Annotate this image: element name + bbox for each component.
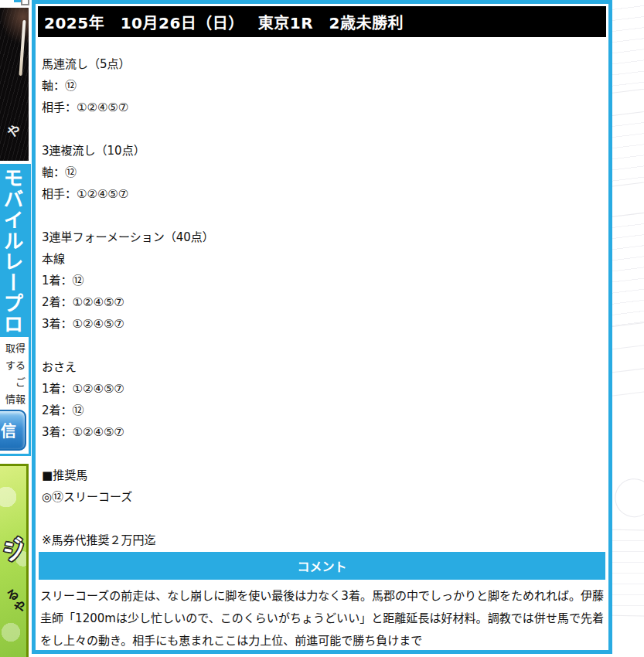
green-ad-banner[interactable]: ジ るや <box>0 464 29 657</box>
green-banner-text-bottom: るや <box>0 585 29 618</box>
green-banner-text-top: ジ <box>0 528 29 568</box>
bet-axis: 軸：⑫ <box>42 75 602 97</box>
send-button[interactable]: 信 <box>0 410 26 451</box>
bet-partners: 相手：①②④⑤⑦ <box>42 97 602 118</box>
osae-section: おさえ 1着：①②④⑤⑦ 2着：⑫ 3着：①②④⑤⑦ <box>42 356 602 443</box>
tips-content: 馬連流し（5点） 軸：⑫ 相手：①②④⑤⑦ 3連複流し（10点） 軸：⑫ 相手：… <box>36 39 608 551</box>
info-line: 情報 <box>0 391 26 408</box>
finish-1: 1着：①②④⑤⑦ <box>42 378 602 400</box>
finish-3: 3着：①②④⑤⑦ <box>42 313 602 335</box>
cigarette-shape <box>19 20 26 76</box>
info-line: 取得 <box>0 340 26 357</box>
mobile-racepro-info: 取得 する ご 情報 <box>0 337 29 408</box>
info-line: ご <box>0 374 26 391</box>
finish-1: 1着：⑫ <box>42 270 602 291</box>
backup-label: おさえ <box>42 356 602 378</box>
bet-axis: 軸：⑫ <box>42 162 602 183</box>
cutoff-box-corner <box>21 0 29 5</box>
finish-3: 3着：①②④⑤⑦ <box>42 421 602 443</box>
sidebar-photo-ad[interactable]: や <box>0 8 29 161</box>
race-header: 2025年 10月26日（日） 東京1R 2歳未勝利 <box>38 6 606 37</box>
recommended-horse: ◎⑫スリーコーズ <box>42 486 602 508</box>
race-tips-panel: 2025年 10月26日（日） 東京1R 2歳未勝利 馬連流し（5点） 軸：⑫ … <box>32 0 612 654</box>
finish-2: 2着：①②④⑤⑦ <box>42 291 602 313</box>
photo-text-fragment: や <box>5 119 22 141</box>
comment-body: スリーコーズの前走は、なし崩しに脚を使い最後は力なく3着。馬郡の中でしっかりと脚… <box>36 580 608 652</box>
bet-type-title: 3連複流し（10点） <box>42 140 602 162</box>
cutoff-banner-edge <box>14 0 21 2</box>
finish-2: 2着：⑫ <box>42 400 602 421</box>
main-line-label: 本線 <box>42 248 602 270</box>
bet-type-title: 3連単フォーメーション（40点） <box>42 226 602 248</box>
mobile-racepro-banner[interactable]: モバイルレープロ 取得 する ご 情報 信 <box>0 164 31 456</box>
mobile-racepro-title-area: モバイルレープロ <box>0 166 29 337</box>
mobile-racepro-title: モバイルレープロ <box>0 168 29 337</box>
recommended-section: ■推奨馬 ◎⑫スリーコーズ <box>42 465 602 508</box>
sanrentan-section: 3連単フォーメーション（40点） 本線 1着：⑫ 2着：①②④⑤⑦ 3着：①②④… <box>42 226 602 335</box>
budget-note: ※馬券代推奨２万円迄 <box>42 529 602 551</box>
bet-type-title: 馬連流し（5点） <box>42 53 602 75</box>
comment-button[interactable]: コメント <box>39 552 605 580</box>
umaren-section: 馬連流し（5点） 軸：⑫ 相手：①②④⑤⑦ <box>42 53 602 118</box>
sanrenpuku-section: 3連複流し（10点） 軸：⑫ 相手：①②④⑤⑦ <box>42 140 602 205</box>
bet-partners: 相手：①②④⑤⑦ <box>42 183 602 205</box>
recommended-heading: ■推奨馬 <box>42 465 602 486</box>
info-line: する <box>0 357 26 374</box>
